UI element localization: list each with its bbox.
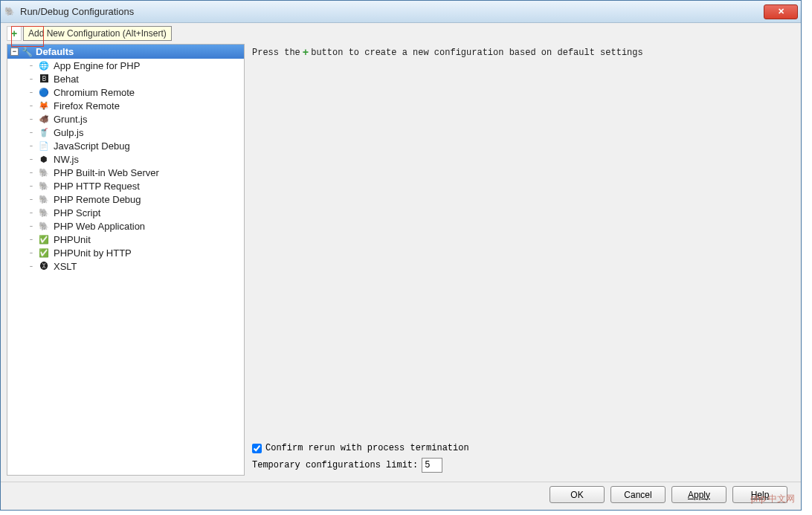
config-type-icon: 🔵 [38, 86, 50, 98]
config-type-icon: 🐗 [38, 113, 50, 125]
tree-item[interactable]: ╶📄JavaScript Debug [7, 139, 244, 152]
add-configuration-button[interactable]: + [7, 26, 22, 41]
tree-connector-icon: ╶ [25, 221, 34, 231]
tree-connector-icon: ╶ [25, 88, 34, 97]
tree-item[interactable]: ╶✅PHPUnit [7, 233, 244, 246]
confirm-rerun-label: Confirm rerun with process termination [265, 443, 469, 453]
content-area: − 🔧 Defaults ╶🌐App Engine for PHP╶🅱Behat… [1, 44, 801, 482]
collapse-icon[interactable]: − [10, 48, 19, 56]
tree-item[interactable]: ╶🥤Gulp.js [7, 126, 244, 139]
hint-before: Press the [252, 48, 300, 58]
tree-item[interactable]: ╶🐘PHP Web Application [7, 219, 244, 233]
tree-item[interactable]: ╶🌐App Engine for PHP [7, 59, 244, 72]
tree-connector-icon: ╶ [25, 168, 34, 178]
tree-root-defaults[interactable]: − 🔧 Defaults [7, 45, 244, 59]
tree-item-label: Behat [54, 74, 79, 85]
config-type-icon: 🐘 [38, 220, 50, 232]
config-type-icon: 🦊 [38, 100, 50, 111]
cancel-button[interactable]: Cancel [610, 486, 666, 503]
config-type-icon: 🌐 [38, 59, 50, 71]
tree-connector-icon: ╶ [25, 155, 34, 164]
config-type-icon: 🐘 [38, 193, 50, 205]
config-type-icon: ✅ [38, 247, 50, 259]
tree-item-label: PHPUnit by HTTP [54, 247, 132, 259]
tree-item[interactable]: ╶🔵Chromium Remote [7, 85, 244, 99]
config-type-icon: ⬢ [38, 153, 50, 165]
config-type-icon: 🅧 [38, 260, 50, 272]
tree-root-label: Defaults [36, 46, 74, 57]
tree-connector-icon: ╶ [25, 208, 34, 218]
tree-item-label: Chromium Remote [54, 87, 135, 98]
config-type-icon: 🐘 [38, 207, 50, 218]
hint-after: button to create a new configuration bas… [311, 48, 642, 58]
tree-item-label: App Engine for PHP [54, 60, 140, 71]
tree-item[interactable]: ╶🐗Grunt.js [7, 112, 244, 126]
tree-item-label: Grunt.js [54, 114, 88, 125]
button-bar: OK Cancel Apply Help [1, 482, 801, 510]
tree-connector-icon: ╶ [25, 101, 34, 111]
config-type-icon: 📄 [38, 140, 50, 152]
config-type-icon: 🥤 [38, 126, 50, 138]
tree-item[interactable]: ╶🅧XSLT [7, 259, 244, 273]
tree-item-label: JavaScript Debug [54, 140, 130, 152]
close-button[interactable]: ✕ [764, 4, 798, 19]
temp-limit-label: Temporary configurations limit: [252, 460, 418, 470]
dialog-window: 🐘 Run/Debug Configurations ✕ + Add New C… [0, 0, 802, 511]
tree-connector-icon: ╶ [25, 262, 34, 271]
tree-item[interactable]: ╶🐘PHP Script [7, 206, 244, 219]
tree-connector-icon: ╶ [25, 128, 34, 137]
tree-connector-icon: ╶ [25, 74, 34, 84]
tree-connector-icon: ╶ [25, 195, 34, 204]
tree-connector-icon: ╶ [25, 141, 34, 151]
tree-item-label: Gulp.js [54, 127, 83, 138]
config-type-icon: ✅ [38, 233, 50, 245]
tree-item-label: XSLT [54, 261, 77, 272]
hint-text: Press the + button to create a new confi… [252, 47, 793, 59]
config-type-icon: 🐘 [38, 166, 50, 178]
tree-connector-icon: ╶ [25, 235, 34, 244]
tree-item[interactable]: ╶🐘PHP HTTP Request [7, 179, 244, 192]
tree-item-label: PHP HTTP Request [54, 181, 140, 192]
tree-item-label: PHP Script [54, 207, 100, 218]
plus-icon: + [300, 47, 311, 59]
tree-item-label: PHP Web Application [54, 221, 145, 232]
tree-item[interactable]: ╶🐘PHP Built-in Web Server [7, 166, 244, 179]
tree-item[interactable]: ╶🅱Behat [7, 72, 244, 85]
tree-connector-icon: ╶ [25, 114, 34, 124]
confirm-rerun-checkbox[interactable] [252, 444, 262, 453]
tree-item-label: NW.js [54, 154, 79, 165]
configurations-tree[interactable]: − 🔧 Defaults ╶🌐App Engine for PHP╶🅱Behat… [7, 44, 245, 476]
tree-item[interactable]: ╶✅PHPUnit by HTTP [7, 246, 244, 259]
tree-item-label: Firefox Remote [54, 100, 120, 111]
toolbar: + Add New Configuration (Alt+Insert) [1, 23, 801, 44]
wrench-icon: 🔧 [22, 47, 33, 57]
temp-limit-input[interactable] [422, 458, 442, 473]
tree-item[interactable]: ╶🦊Firefox Remote [7, 99, 244, 112]
tree-item-label: PHPUnit [54, 234, 91, 245]
config-type-icon: 🐘 [38, 180, 50, 192]
titlebar: 🐘 Run/Debug Configurations ✕ [1, 1, 801, 23]
tree-item-label: PHP Remote Debug [54, 194, 141, 205]
tree-item-label: PHP Built-in Web Server [54, 167, 159, 178]
details-panel: Press the + button to create a new confi… [251, 44, 795, 476]
tree-item[interactable]: ╶⬢NW.js [7, 152, 244, 166]
tree-connector-icon: ╶ [25, 248, 34, 258]
add-tooltip: Add New Configuration (Alt+Insert) [23, 26, 172, 41]
confirm-rerun-row: Confirm rerun with process termination [252, 443, 793, 453]
help-button[interactable]: Help [732, 486, 787, 503]
app-icon: 🐘 [4, 6, 16, 18]
config-type-icon: 🅱 [38, 73, 50, 85]
tree-connector-icon: ╶ [25, 181, 34, 191]
tree-connector-icon: ╶ [25, 61, 34, 71]
temp-limit-row: Temporary configurations limit: [252, 458, 793, 473]
apply-button[interactable]: Apply [671, 486, 726, 503]
ok-button[interactable]: OK [550, 486, 605, 503]
tree-item[interactable]: ╶🐘PHP Remote Debug [7, 192, 244, 206]
window-title: Run/Debug Configurations [20, 6, 764, 17]
